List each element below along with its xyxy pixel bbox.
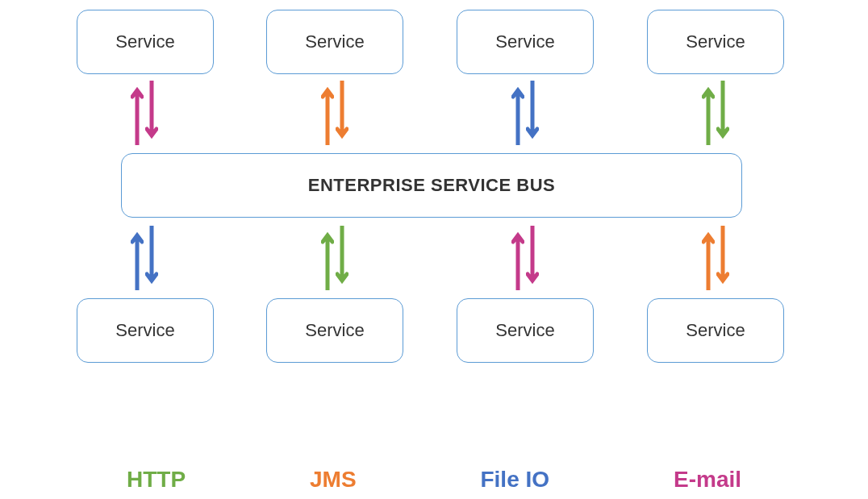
arrow-pair-bottom-4 xyxy=(702,226,729,290)
arrow-up-icon xyxy=(511,81,524,145)
service-box-bottom-1: Service xyxy=(77,298,214,363)
legend-http: HTTP xyxy=(127,467,186,493)
service-box-top-2: Service xyxy=(266,10,403,74)
service-label: Service xyxy=(686,31,745,52)
arrow-pair-bottom-1 xyxy=(131,226,158,290)
arrow-pair-top-4 xyxy=(702,81,729,145)
service-label: Service xyxy=(305,320,364,341)
arrow-up-icon xyxy=(702,226,715,290)
arrow-up-icon xyxy=(702,81,715,145)
arrow-down-icon xyxy=(336,81,348,145)
service-label: Service xyxy=(495,320,554,341)
arrow-down-icon xyxy=(145,226,158,290)
service-box-bottom-3: Service xyxy=(457,298,594,363)
arrow-pair-top-1 xyxy=(131,81,158,145)
service-box-top-4: Service xyxy=(647,10,784,74)
service-box-bottom-2: Service xyxy=(266,298,403,363)
arrow-down-icon xyxy=(716,226,729,290)
esb-diagram: Service Service Service Service ENTERPRI… xyxy=(0,0,868,499)
service-label: Service xyxy=(115,320,174,341)
arrow-up-icon xyxy=(131,81,144,145)
arrow-down-icon xyxy=(716,81,729,145)
service-label: Service xyxy=(305,31,364,52)
legend-fileio: File IO xyxy=(480,467,549,493)
arrow-down-icon xyxy=(145,81,158,145)
arrow-pair-top-3 xyxy=(511,81,539,145)
arrow-up-icon xyxy=(321,226,334,290)
arrow-pair-top-2 xyxy=(321,81,348,145)
arrow-up-icon xyxy=(321,81,334,145)
service-label: Service xyxy=(495,31,554,52)
arrow-down-icon xyxy=(336,226,348,290)
arrow-pair-bottom-2 xyxy=(321,226,348,290)
legend-jms: JMS xyxy=(310,467,357,493)
bus-label: ENTERPRISE SERVICE BUS xyxy=(308,175,555,196)
service-box-top-1: Service xyxy=(77,10,214,74)
arrow-down-icon xyxy=(526,226,539,290)
arrow-up-icon xyxy=(511,226,524,290)
arrow-up-icon xyxy=(131,226,144,290)
service-label: Service xyxy=(686,320,745,341)
arrow-down-icon xyxy=(526,81,539,145)
legend-row: HTTP JMS File IO E-mail xyxy=(0,467,868,493)
service-label: Service xyxy=(115,31,174,52)
service-box-bottom-4: Service xyxy=(647,298,784,363)
service-box-top-3: Service xyxy=(457,10,594,74)
enterprise-service-bus-box: ENTERPRISE SERVICE BUS xyxy=(121,153,742,218)
legend-email: E-mail xyxy=(674,467,741,493)
arrow-pair-bottom-3 xyxy=(511,226,539,290)
